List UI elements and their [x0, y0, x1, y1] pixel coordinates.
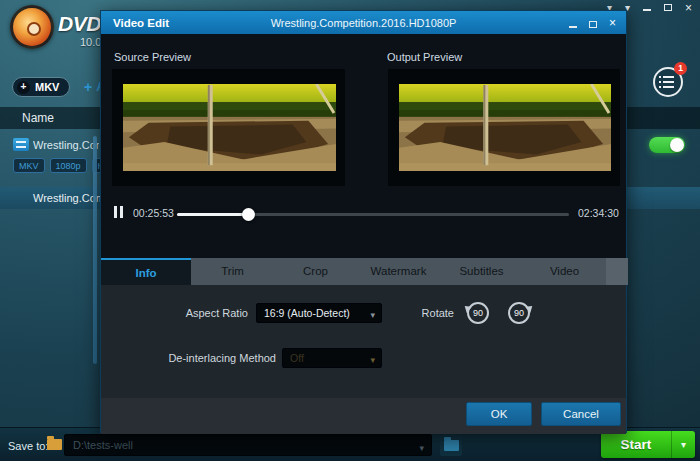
profile-switch-icon: [17, 81, 30, 94]
minimize-icon[interactable]: [569, 14, 577, 32]
tab-info[interactable]: Info: [101, 258, 191, 285]
source-preview-label: Source Preview: [114, 51, 191, 63]
total-time: 02:34:30: [578, 207, 619, 219]
chevron-down-icon: ▾: [370, 306, 375, 324]
timeline-progress: [177, 213, 248, 216]
folder-icon: [444, 440, 459, 451]
tab-bar: Trim Crop Watermark Subtitles Video: [191, 258, 606, 285]
aspect-ratio-label: Aspect Ratio: [161, 303, 248, 323]
rotate-ccw-arrow-icon: [462, 303, 472, 313]
ok-button[interactable]: OK: [466, 402, 532, 426]
row-enable-toggle[interactable]: [649, 137, 685, 153]
video-edit-dialog: Video Edit Wrestling.Competition.2016.HD…: [100, 10, 627, 433]
dvdfab-logo-icon: [10, 5, 54, 49]
cancel-button[interactable]: Cancel: [541, 402, 621, 426]
output-preview-panel: [388, 69, 620, 186]
file-row-tags: MKV 1080p H2: [13, 158, 100, 173]
file-row-name[interactable]: Wrestling.Competit: [33, 139, 99, 151]
profile-button-mkv[interactable]: MKV: [12, 77, 70, 97]
rotate-cw-button[interactable]: 90: [508, 302, 530, 324]
pause-icon[interactable]: [114, 206, 123, 218]
deinterlacing-label: De-interlacing Method: [141, 348, 276, 368]
close-icon[interactable]: ×: [609, 18, 616, 28]
dialog-title: Video Edit: [113, 17, 169, 29]
app-window: DVDfab 10.0.7.9 ▾ ▾ × MKV + Add Name Wre…: [0, 0, 700, 461]
save-to-label: Save to:: [8, 440, 48, 452]
chevron-down-icon: ▾: [370, 351, 375, 369]
timeline-slider[interactable]: [177, 213, 569, 216]
start-dropdown-icon[interactable]: ▾: [672, 439, 695, 450]
list-scrollbar[interactable]: [93, 136, 97, 364]
start-button[interactable]: Start ▾: [601, 431, 695, 458]
current-time: 00:25:53: [133, 207, 174, 219]
maximize-icon[interactable]: [664, 2, 672, 14]
tag-badge[interactable]: 1080p: [50, 158, 87, 173]
browse-folder-button[interactable]: [440, 434, 462, 456]
rotate-cw-arrow-icon: [525, 303, 535, 313]
tag-badge[interactable]: MKV: [13, 158, 45, 173]
tab-crop[interactable]: Crop: [274, 258, 357, 285]
minimize-icon[interactable]: [643, 2, 651, 14]
tab-trim[interactable]: Trim: [191, 258, 274, 285]
chevron-down-icon[interactable]: ▾: [419, 438, 424, 458]
source-video-frame: [123, 84, 336, 171]
dialog-footer: OK Cancel: [101, 398, 626, 434]
tab-video[interactable]: Video: [523, 258, 606, 285]
tab-watermark[interactable]: Watermark: [357, 258, 440, 285]
save-path-input[interactable]: D:\tests-well ▾: [64, 434, 432, 456]
rotate-label: Rotate: [401, 303, 454, 323]
close-icon[interactable]: ×: [685, 2, 692, 14]
output-video-frame: [399, 84, 611, 171]
dialog-file-title: Wrestling.Competition.2016.HD1080P: [101, 17, 626, 29]
tab-subtitles[interactable]: Subtitles: [440, 258, 523, 285]
deinterlacing-dropdown[interactable]: Off ▾: [282, 348, 382, 368]
timeline-handle[interactable]: [242, 208, 255, 221]
folder-icon: [47, 439, 62, 450]
column-header-name: Name: [22, 111, 54, 125]
dialog-titlebar[interactable]: Video Edit Wrestling.Competition.2016.HD…: [101, 11, 626, 34]
source-preview-panel: [112, 69, 345, 186]
aspect-ratio-dropdown[interactable]: 16:9 (Auto-Detect) ▾: [256, 303, 382, 323]
task-queue-badge: 1: [674, 62, 687, 75]
maximize-icon[interactable]: [589, 14, 597, 32]
info-tab-panel: Aspect Ratio 16:9 (Auto-Detect) ▾ Rotate…: [101, 285, 626, 398]
tab-bar-end-cap: [606, 258, 628, 285]
output-preview-label: Output Preview: [387, 51, 462, 63]
plus-icon: +: [84, 79, 92, 95]
video-track-icon[interactable]: [13, 138, 29, 151]
rotate-ccw-button[interactable]: 90: [467, 302, 489, 324]
